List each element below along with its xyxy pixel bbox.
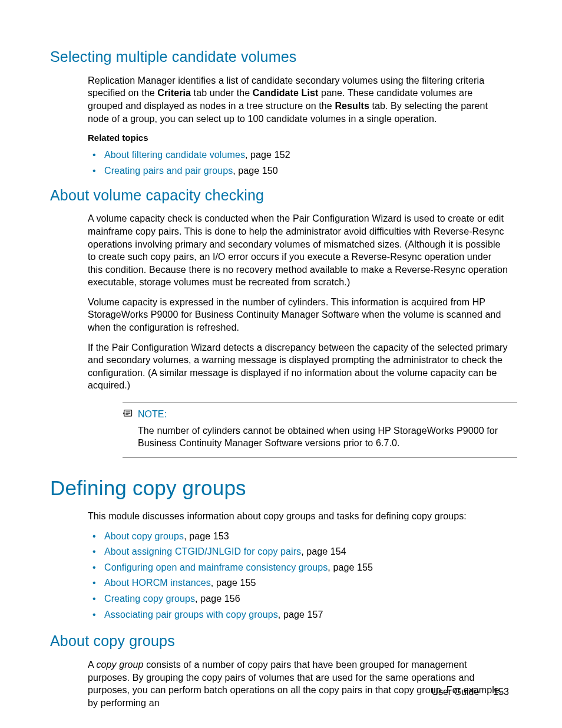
heading-about-copy-groups: About copy groups (50, 631, 509, 651)
page-ref: , page 155 (211, 578, 256, 588)
list-item: Associating pair groups with copy groups… (88, 608, 509, 621)
link-creating-pairs[interactable]: Creating pairs and pair groups (104, 166, 233, 176)
list-item: About assigning CTGID/JNLGID for copy pa… (88, 545, 509, 558)
page-footer: User Guide153 (431, 686, 509, 699)
page-ref: , page 150 (233, 166, 278, 176)
section4-body: A copy group consists of a number of cop… (88, 658, 509, 709)
results-label: Results (335, 101, 369, 111)
page-ref: , page 157 (278, 610, 323, 620)
section2-para1: A volume capacity check is conducted whe… (88, 212, 509, 289)
note-header: NOTE: (123, 408, 509, 421)
criteria-label: Criteria (157, 88, 191, 98)
related-topics-list: About filtering candidate volumes, page … (88, 149, 509, 177)
divider (123, 457, 517, 457)
candidate-list-label: Candidate List (253, 88, 319, 98)
page-ref: , page 155 (328, 562, 373, 572)
section1-body: Replication Manager identifies a list of… (88, 74, 509, 177)
link-about-filtering[interactable]: About filtering candidate volumes (104, 150, 245, 160)
link-associating-pair-groups[interactable]: Associating pair groups with copy groups (104, 610, 278, 620)
section3-body: This module discusses information about … (88, 510, 509, 621)
note-block: NOTE: The number of cylinders cannot be … (123, 403, 509, 457)
section2-body: A volume capacity check is conducted whe… (88, 212, 509, 392)
link-creating-copy-groups[interactable]: Creating copy groups (104, 594, 195, 604)
list-item: Creating copy groups, page 156 (88, 592, 509, 605)
page-ref: , page 156 (195, 594, 240, 604)
list-item: About copy groups, page 153 (88, 530, 509, 543)
link-horcm-instances[interactable]: About HORCM instances (104, 578, 211, 588)
heading-selecting-multiple: Selecting multiple candidate volumes (50, 47, 509, 67)
heading-volume-capacity: About volume capacity checking (50, 186, 509, 206)
page-ref: , page 152 (245, 150, 290, 160)
list-item: About filtering candidate volumes, page … (88, 149, 509, 162)
section3-intro: This module discusses information about … (88, 510, 509, 523)
doc-title: User Guide (431, 687, 479, 697)
link-about-copy-groups[interactable]: About copy groups (104, 531, 184, 541)
list-item: Configuring open and mainframe consisten… (88, 561, 509, 574)
page-number: 153 (493, 687, 509, 697)
divider (123, 403, 517, 403)
section2-para3: If the Pair Configuration Wizard detects… (88, 341, 509, 392)
link-configuring-consistency[interactable]: Configuring open and mainframe consisten… (104, 562, 328, 572)
text-run: A (88, 660, 96, 670)
note-label: NOTE: (138, 408, 167, 421)
section2-para2: Volume capacity is expressed in the numb… (88, 296, 509, 334)
section4-para1: A copy group consists of a number of cop… (88, 658, 509, 709)
text-run: tab under the (191, 88, 253, 98)
page: Selecting multiple candidate volumes Rep… (0, 0, 562, 728)
section3-topics-list: About copy groups, page 153 About assign… (88, 530, 509, 621)
text-run: consists of a number of copy pairs that … (88, 660, 502, 708)
list-item: About HORCM instances, page 155 (88, 577, 509, 589)
related-topics-label: Related topics (88, 132, 509, 144)
page-ref: , page 153 (184, 531, 229, 541)
heading-defining-copy-groups: Defining copy groups (50, 474, 509, 502)
term-copy-group: copy group (96, 660, 143, 670)
section1-para1: Replication Manager identifies a list of… (88, 74, 509, 125)
list-item: Creating pairs and pair groups, page 150 (88, 164, 509, 177)
note-icon (123, 409, 134, 419)
link-assigning-ctgid[interactable]: About assigning CTGID/JNLGID for copy pa… (104, 546, 301, 556)
note-body: The number of cylinders cannot be obtain… (138, 424, 509, 450)
page-ref: , page 154 (301, 546, 346, 556)
